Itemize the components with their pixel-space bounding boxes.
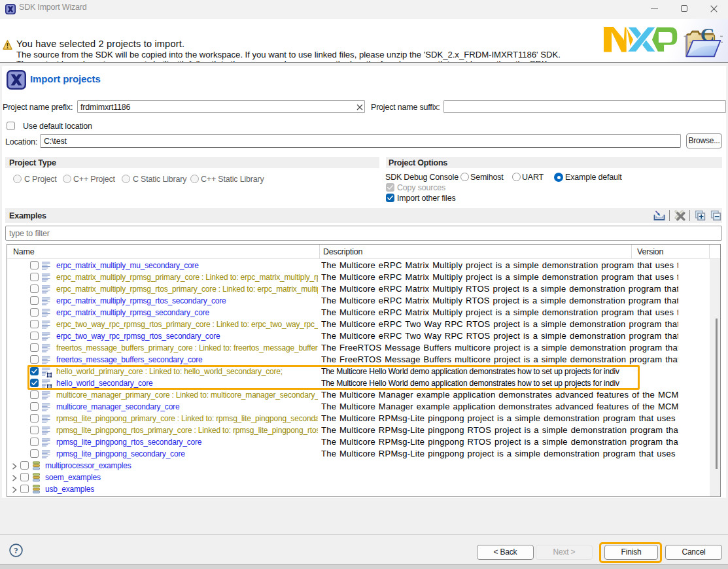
svg-text:?: ? [14, 545, 18, 555]
